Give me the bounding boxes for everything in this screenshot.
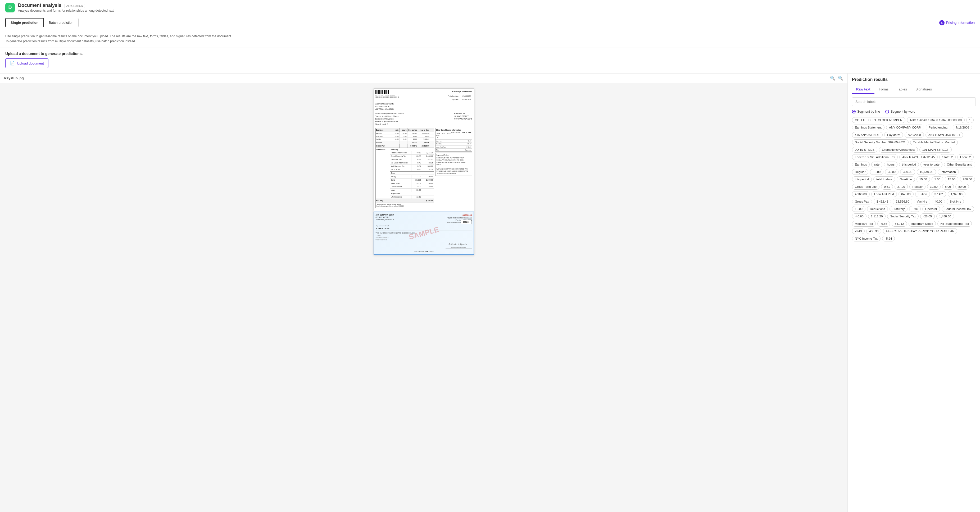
ded-row-ss: Social Security Tax -28.05 1,458.60 — [390, 154, 434, 158]
tag-item: Group Term Life — [852, 184, 880, 189]
employee-info-left: Social Security Number: 987-65-4321 Taxa… — [375, 112, 404, 126]
pricing-icon: $ — [939, 20, 945, 25]
zoom-in-button[interactable]: 🔍 — [838, 76, 843, 81]
tab-batch-prediction[interactable]: Batch prediction — [44, 18, 78, 27]
earnings-row-tuition: Tuition 37.43* 1,946.80 — [376, 141, 434, 144]
ded-row-nyc: NYC Income Tax -5.94 308.88 — [390, 164, 434, 168]
tag-item: Tuition — [915, 191, 930, 197]
ded-row-ny-state: NY State Income Tax -8.43 438.36 — [390, 161, 434, 164]
tag-item: NY State Income Tax — [937, 221, 972, 227]
search-labels-input[interactable] — [852, 97, 976, 106]
tag-item: 438.36 — [866, 228, 881, 234]
payee-name: JOHN STILES — [376, 227, 472, 231]
tab-single-prediction[interactable]: Single prediction — [5, 18, 44, 27]
tag-item: 1.00 — [932, 176, 943, 182]
segment-word-label: Segment by word — [891, 110, 915, 113]
tag-item: Medicare Tax — [852, 221, 876, 227]
tag-item: Loan Amt Paid — [871, 191, 897, 197]
tab-raw-text[interactable]: Raw text — [852, 85, 875, 94]
period-table: Period ending:07/18/2008 Pay date:07/25/… — [447, 94, 472, 102]
tag-item: 23,526.80 — [892, 199, 912, 204]
upload-button-label: Upload document — [17, 61, 44, 65]
earnings-header: Earnings rate hours this period year to … — [376, 128, 434, 132]
paystub-top: CO FILE DEPT CLOCK NUMBER ABC 12643 1234… — [374, 88, 474, 210]
pay-to-label: Pay to the order of — [376, 225, 472, 227]
tags-container: CO. FILE DEPT. CLOCK NUMBERABC 126543 12… — [852, 117, 976, 242]
ai-badge: AI SOLUTION — [65, 4, 85, 8]
tag-item: 37.43* — [932, 191, 946, 197]
tag-item: Period ending: — [926, 124, 951, 130]
tag-item: Taxable Marital Status: Married — [910, 139, 958, 145]
segment-line-radio[interactable] — [852, 110, 856, 113]
tag-item: -5.94 — [882, 235, 895, 242]
description-line2: To generate prediction results from mult… — [5, 39, 975, 44]
tag-item: 7/18/2008 — [953, 124, 972, 130]
tag-item: hours — [884, 162, 897, 167]
doc-toolbar: Paystub.jpg 🔍 🔍 — [0, 73, 848, 83]
benefits-right: Other Benefits and Information this peri… — [435, 127, 472, 208]
description-line1: Use single prediction to get real-time r… — [5, 34, 975, 39]
tag-item: rate — [871, 162, 882, 167]
tag-item: ABC 126543 123456 12345 00000000 — [907, 117, 965, 123]
signature-area: Authorized Signature Authorized Signatur… — [376, 243, 472, 249]
tag-item: year to date — [921, 162, 942, 167]
tag-item: 475 ANY AVENUE — [852, 132, 883, 138]
earnings-row-regular: Regular 10.00 32.00 320.00 16,640.00 — [376, 132, 434, 135]
tag-item: 2,111.20 — [868, 213, 886, 219]
doc-zoom-controls: 🔍 🔍 — [830, 76, 843, 81]
pricing-link[interactable]: $ Pricing Information — [939, 20, 975, 25]
ded-row-bond: Bond -38.885 1,500.00 — [390, 178, 434, 182]
tab-tables[interactable]: Tables — [892, 85, 911, 94]
notes-content2: WE WILL BE STARTING OUR UNITED WAY FUND … — [437, 168, 471, 175]
tag-item: this period — [899, 162, 919, 167]
segment-word-radio[interactable] — [885, 110, 889, 113]
tag-item: Other Benefits and — [944, 162, 975, 167]
tag-item: 10.00 — [927, 184, 940, 189]
tag-item: Local: 2 — [957, 154, 974, 160]
tag-item: Social Security Number: 987-65-4321 — [852, 139, 908, 145]
tag-item: 40.00 — [932, 199, 945, 204]
results-tabs: Raw text Forms Tables Signatures — [852, 85, 976, 94]
tag-item: 101 MAIN STREET — [920, 147, 952, 153]
tag-item: 8.00 — [942, 184, 954, 189]
tag-item: CO. FILE DEPT. CLOCK NUMBER — [852, 117, 905, 123]
tag-item: Regular — [852, 169, 869, 175]
app-icon: D — [5, 3, 15, 13]
tag-item: Exemptions/Allowances: — [879, 147, 918, 153]
upload-document-button[interactable]: 📄 Upload document — [5, 59, 48, 68]
company-info: ANY COMPANY CORP. 475 ANY AVENUE ANYTOWN… — [375, 103, 472, 110]
tag-item: Vac Hrs — [914, 199, 930, 204]
check-words: TWO HUNDRED NINETY-ONE AND 36/100 DOLLAR… — [376, 232, 472, 234]
tab-signatures[interactable]: Signatures — [911, 85, 936, 94]
app-title: Document analysis — [18, 3, 61, 8]
tag-item: Statutory — [889, 206, 907, 212]
paystub-document: CO FILE DEPT CLOCK NUMBER ABC 12643 1234… — [374, 88, 474, 255]
segment-options: Segment by line Segment by word — [852, 110, 976, 113]
tag-item: Operator — [922, 206, 940, 212]
tag-item: Earnings — [852, 162, 870, 167]
tag-item: this period — [852, 176, 872, 182]
tab-forms[interactable]: Forms — [875, 85, 892, 94]
earnings-stmt-title: Earnings Statement — [447, 90, 472, 93]
segment-by-line-option[interactable]: Segment by line — [852, 110, 880, 113]
routing-numbers: ⑆001234⑆22000000⑆10151⑆ — [376, 250, 472, 253]
tag-item: 780.00 — [960, 176, 975, 182]
ded-row-medicare: Medicare Tax -6.56 341.12 — [390, 158, 434, 161]
benefits-row-vac: Vac Hrs 40.00 — [436, 139, 472, 142]
tag-item: 0.51 — [881, 184, 892, 189]
app-header-text: Document analysis AI SOLUTION Analyze do… — [18, 3, 115, 13]
tag-item: State: 2 — [939, 154, 956, 160]
barcode-area: CO FILE DEPT CLOCK NUMBER ABC 12643 1234… — [375, 90, 399, 101]
notes-title: Important Notes — [437, 154, 471, 156]
segment-by-word-option[interactable]: Segment by word — [885, 110, 915, 113]
upload-icon: 📄 — [10, 61, 15, 65]
doc-viewer[interactable]: CO FILE DEPT CLOCK NUMBER ABC 12643 1234… — [0, 83, 848, 512]
upload-title: Upload a document to generate prediction… — [5, 52, 975, 56]
earnings-table: Earnings rate hours this period year to … — [375, 128, 434, 208]
earnings-benefits-layout: Earnings rate hours this period year to … — [375, 127, 472, 208]
zoom-out-button[interactable]: 🔍 — [830, 76, 835, 81]
results-body[interactable]: Segment by line Segment by word CO. FILE… — [848, 94, 980, 512]
ded-row-life-adj: Life Insurance 13.53 — [390, 195, 434, 199]
app-header: D Document analysis AI SOLUTION Analyze … — [0, 0, 980, 15]
tag-item: 27.00 — [894, 184, 908, 189]
